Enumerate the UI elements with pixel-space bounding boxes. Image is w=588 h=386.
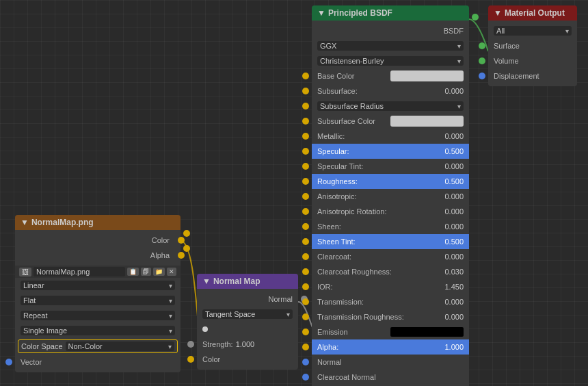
output-collapse-icon[interactable]: ▼	[494, 8, 502, 18]
strength-input-socket[interactable]	[187, 341, 194, 348]
base-color-label: Base Color	[317, 72, 390, 80]
transmission-roughness-socket[interactable]	[302, 313, 309, 320]
transmission-value: 0.000	[436, 298, 464, 306]
normal-socket[interactable]	[302, 359, 309, 365]
extension-row: Repeat Extend Clip	[15, 308, 181, 323]
surface-input-socket[interactable]	[479, 42, 485, 49]
volume-label: Volume	[494, 57, 572, 65]
sheen-socket[interactable]	[302, 223, 309, 230]
source-select-wrap[interactable]: Single Image Movie Sequence UV Test Grid	[21, 326, 175, 335]
space-select-wrap[interactable]: Tangent Space Object Space World Space	[202, 309, 293, 319]
clearcoat-row: Clearcoat: 0.000	[312, 249, 469, 264]
browse-image-btn[interactable]: 📋	[127, 268, 139, 276]
target-select[interactable]: All Cycles EEVEE	[494, 26, 572, 36]
base-color-socket[interactable]	[302, 73, 309, 79]
subsurface-radius-select[interactable]: Subsurface Radius	[317, 101, 464, 111]
alpha-value: 1.000	[436, 343, 464, 351]
normal-label: Normal	[317, 358, 464, 366]
transmission-socket[interactable]	[302, 298, 309, 305]
clearcoat-roughness-label: Clearcoat Roughness:	[317, 268, 436, 276]
sheen-tint-label: Sheen Tint:	[317, 237, 436, 246]
image-filename[interactable]: NormalMap.png	[34, 267, 125, 276]
anisotropic-rotation-socket[interactable]	[302, 208, 309, 215]
distribution-row: GGX Multi-GGX	[312, 38, 469, 53]
clearcoat-normal-row: Clearcoat Normal	[312, 370, 469, 385]
image-type-icon[interactable]: 🖼	[19, 268, 31, 276]
metallic-row: Metallic: 0.000	[312, 129, 469, 144]
uvmap-row	[197, 322, 298, 337]
strength-label: Strength:	[202, 340, 233, 348]
normalmap-collapse-icon[interactable]: ▼	[202, 276, 211, 286]
color-input-label: Color	[202, 355, 220, 363]
volume-input-socket[interactable]	[479, 57, 485, 64]
sheen-tint-socket[interactable]	[302, 238, 309, 245]
sheen-value: 0.000	[436, 222, 464, 231]
normal-output-label: Normal	[269, 295, 293, 303]
displacement-label: Displacement	[494, 72, 572, 80]
subsurface-radius-select-wrap[interactable]: Subsurface Radius	[317, 101, 464, 111]
projection-select-wrap[interactable]: Flat Box Sphere Tube	[21, 296, 175, 305]
projection-select[interactable]: Flat Box Sphere Tube	[21, 296, 175, 305]
displacement-input-socket[interactable]	[479, 73, 485, 79]
normalmap-title: Normal Map	[213, 276, 260, 286]
volume-row: Volume	[488, 53, 577, 68]
bsdf-output-socket[interactable]	[472, 14, 479, 21]
source-row: Single Image Movie Sequence UV Test Grid	[15, 323, 181, 338]
color-output-socket[interactable]	[183, 230, 190, 237]
subsurface-row: Subsurface: 0.000	[312, 83, 469, 99]
open-image-btn[interactable]: 📁	[153, 268, 165, 276]
extension-select[interactable]: Repeat Extend Clip	[21, 311, 175, 320]
specular-tint-label: Specular Tint:	[317, 162, 436, 170]
distribution-select[interactable]: GGX Multi-GGX	[317, 41, 464, 51]
subsurface-radius-socket[interactable]	[302, 103, 309, 110]
space-select[interactable]: Tangent Space Object Space World Space	[202, 309, 293, 319]
ior-socket[interactable]	[302, 283, 309, 290]
interpolation-select[interactable]: Linear Closest Cubic Smart	[21, 281, 175, 290]
bsdf-collapse-icon[interactable]: ▼	[317, 8, 325, 18]
emission-color-field[interactable]	[390, 327, 464, 337]
new-image-btn[interactable]: 🗐	[141, 268, 151, 276]
vector-input-socket[interactable]	[5, 359, 12, 365]
roughness-socket[interactable]	[302, 178, 309, 185]
colorspace-select[interactable]: Non-Color sRGB Linear Raw	[66, 342, 174, 351]
normal-map-node: ▼ Normal Map Normal Tangent Space Object…	[197, 274, 298, 370]
emission-row: Emission	[312, 324, 469, 339]
specular-row: Specular: 0.500	[312, 144, 469, 159]
anisotropic-socket[interactable]	[302, 193, 309, 200]
clearcoat-roughness-socket[interactable]	[302, 268, 309, 275]
alpha-socket[interactable]	[178, 252, 185, 259]
source-select[interactable]: Single Image Movie Sequence UV Test Grid	[21, 326, 175, 335]
target-select-wrap[interactable]: All Cycles EEVEE	[494, 26, 572, 36]
distribution-select-wrap[interactable]: GGX Multi-GGX	[317, 41, 464, 51]
reload-image-btn[interactable]: ✕	[167, 268, 176, 276]
color-input-socket[interactable]	[187, 356, 194, 363]
emission-socket[interactable]	[302, 329, 309, 335]
subsurface-method-select-wrap[interactable]: Christensen-Burley Random Walk	[317, 56, 464, 66]
output-header: ▼ Material Output	[488, 5, 577, 21]
specular-socket[interactable]	[302, 148, 309, 155]
interpolation-select-wrap[interactable]: Linear Closest Cubic Smart	[21, 281, 175, 290]
roughness-label: Roughness:	[317, 177, 436, 185]
subsurface-color-field[interactable]	[390, 116, 464, 127]
metallic-socket[interactable]	[302, 133, 309, 140]
alpha-output-socket[interactable]	[183, 245, 190, 252]
colorspace-select-wrap[interactable]: Non-Color sRGB Linear Raw	[66, 342, 174, 351]
alpha-socket[interactable]	[302, 344, 309, 350]
specular-value: 0.500	[436, 147, 464, 155]
subsurface-label: Subsurface:	[317, 87, 436, 95]
base-color-field[interactable]	[390, 70, 464, 81]
anisotropic-label: Anisotropic:	[317, 192, 436, 201]
clearcoat-socket[interactable]	[302, 253, 309, 260]
clearcoat-normal-socket[interactable]	[302, 374, 309, 381]
subsurface-method-select[interactable]: Christensen-Burley Random Walk	[317, 56, 464, 66]
subsurface-socket[interactable]	[302, 88, 309, 94]
vector-label: Vector	[21, 358, 42, 366]
extension-select-wrap[interactable]: Repeat Extend Clip	[21, 311, 175, 320]
specular-tint-socket[interactable]	[302, 163, 309, 170]
node-collapse-icon[interactable]: ▼	[21, 218, 29, 227]
color-socket[interactable]	[178, 237, 185, 244]
subsurface-color-socket[interactable]	[302, 118, 309, 125]
anisotropic-value: 0.000	[436, 192, 464, 201]
target-row: All Cycles EEVEE	[488, 23, 577, 38]
specular-tint-value: 0.000	[436, 162, 464, 170]
